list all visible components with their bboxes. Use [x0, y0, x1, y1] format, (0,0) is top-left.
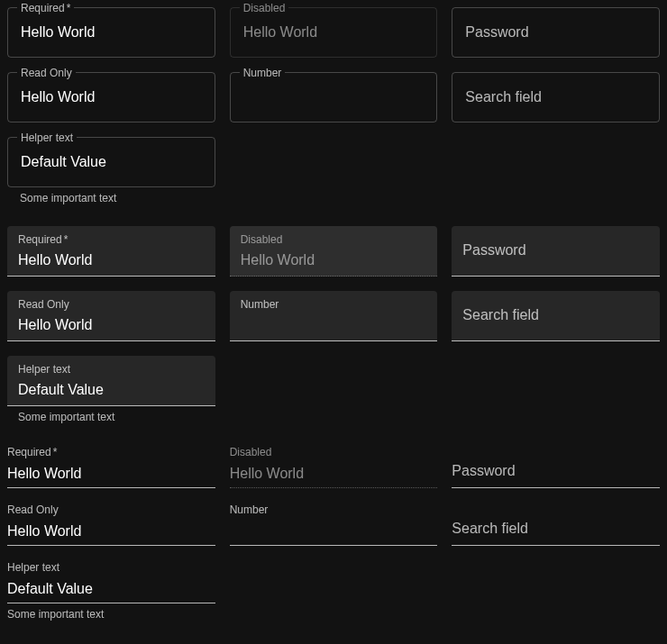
input-value[interactable]: Default Value [18, 382, 205, 398]
helpertext-field-filled[interactable]: Helper text Default Value Some important… [7, 356, 215, 427]
field-label: Read Only [17, 67, 76, 79]
field-label: Required* [17, 2, 74, 14]
label-text: Required [7, 446, 51, 458]
required-asterisk: * [64, 233, 69, 246]
input-value[interactable]: Hello World [21, 24, 202, 41]
number-field-outlined[interactable]: Number [230, 72, 438, 122]
password-field-outlined[interactable]: Password [452, 7, 660, 58]
search-field-outlined[interactable]: Search field [452, 72, 660, 122]
field-label: Required* [18, 232, 68, 248]
field-label: Read Only [18, 297, 69, 313]
required-asterisk: * [53, 446, 58, 458]
readonly-field-outlined[interactable]: Read Only Hello World [7, 72, 215, 122]
helpertext-field-standard[interactable]: Helper text Default Value Some important… [7, 560, 215, 624]
field-label: Search field [452, 519, 528, 539]
disabled-field-filled: Disabled Hello World [230, 226, 438, 277]
helper-text: Some important text [18, 409, 215, 427]
required-asterisk: * [67, 2, 71, 14]
field-label: Read Only [7, 503, 59, 518]
field-label: Search field [462, 305, 539, 325]
input-value[interactable]: Hello World [21, 89, 202, 105]
number-field-standard[interactable]: Number [230, 503, 438, 546]
input-value[interactable]: Hello World [18, 252, 205, 268]
password-field-filled[interactable]: Password [452, 226, 660, 277]
label-text: Required [18, 233, 62, 246]
field-label: Disabled [241, 232, 283, 248]
input-value: Hello World [230, 466, 438, 482]
field-label: Number [240, 67, 286, 79]
input-value[interactable]: Hello World [18, 317, 205, 333]
password-field-standard[interactable]: Password [452, 445, 660, 488]
helper-text: Some important text [7, 606, 215, 624]
field-label: Helper text [17, 132, 77, 144]
search-field-standard[interactable]: Search field [452, 503, 660, 546]
required-field-outlined[interactable]: Required* Hello World [7, 7, 215, 58]
label-text: Required [21, 2, 65, 14]
input-value: Hello World [243, 24, 425, 41]
input-value: Hello World [241, 252, 427, 268]
input-value[interactable]: Default Value [7, 581, 215, 597]
helper-text: Some important text [20, 190, 215, 208]
input-value[interactable]: Hello World [7, 466, 215, 482]
input-value[interactable]: Default Value [21, 154, 202, 170]
field-label: Disabled [230, 445, 272, 460]
disabled-field-standard: Disabled Hello World [230, 445, 438, 488]
disabled-field-outlined: Disabled Hello World [230, 7, 438, 58]
field-label: Password [465, 26, 528, 39]
field-label: Search field [465, 91, 542, 104]
field-label: Helper text [18, 362, 70, 377]
readonly-field-standard[interactable]: Read Only Hello World [7, 503, 215, 546]
required-field-standard[interactable]: Required* Hello World [7, 445, 215, 488]
field-label: Number [241, 297, 279, 313]
field-label: Password [462, 240, 525, 260]
number-field-filled[interactable]: Number [230, 291, 438, 341]
field-label: Password [452, 461, 515, 481]
field-label: Required* [7, 445, 57, 460]
readonly-field-filled[interactable]: Read Only Hello World [7, 291, 215, 341]
field-label: Number [230, 503, 269, 518]
helpertext-field-outlined[interactable]: Helper text Default Value Some important… [7, 137, 215, 208]
input-value[interactable]: Hello World [7, 523, 215, 540]
field-label: Helper text [7, 560, 59, 576]
search-field-filled[interactable]: Search field [452, 291, 660, 341]
required-field-filled[interactable]: Required* Hello World [7, 226, 215, 277]
field-label: Disabled [240, 2, 289, 14]
